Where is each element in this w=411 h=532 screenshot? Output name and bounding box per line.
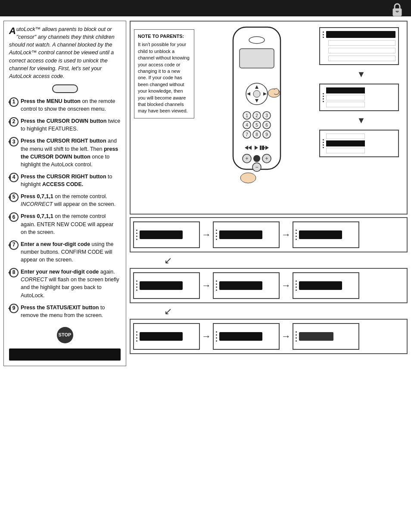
remote-area: 1 2 3 4 5 6 7 bbox=[194, 25, 319, 210]
screen-row-3: → → bbox=[130, 319, 408, 354]
step-3: 3 Press the CURSOR RIGHT button and the … bbox=[9, 137, 121, 168]
svg-text:8: 8 bbox=[255, 132, 258, 137]
step-1: 1 Press the MENU button on the remote co… bbox=[9, 97, 121, 113]
svg-text:4: 4 bbox=[246, 123, 248, 128]
svg-text:7: 7 bbox=[246, 132, 248, 137]
svg-text:2: 2 bbox=[255, 113, 258, 118]
note-title: NOTE TO PARENTS: bbox=[138, 33, 190, 40]
screen-row3-b bbox=[213, 323, 280, 350]
remote-control-svg: 1 2 3 4 5 6 7 bbox=[216, 25, 298, 210]
step-text-4: Press the CURSOR RIGHT button to highlig… bbox=[21, 173, 121, 188]
svg-text:+: + bbox=[245, 156, 248, 162]
step-4: 4 Press the CURSOR RIGHT button to highl… bbox=[9, 173, 121, 188]
screen-row1-b bbox=[213, 221, 280, 248]
screen-top-3 bbox=[319, 130, 399, 157]
menu-button-graphic bbox=[52, 84, 78, 93]
svg-rect-2 bbox=[396, 12, 399, 12]
arrow-between-rows-1: ↙ bbox=[130, 255, 408, 266]
step-number-8: 8 bbox=[9, 268, 19, 277]
screen-row2-c bbox=[293, 272, 359, 299]
screen-row3-a bbox=[133, 323, 200, 350]
lock-icon bbox=[390, 2, 404, 17]
step-9: 9 Press the STATUS/EXIT button to remove… bbox=[9, 304, 121, 319]
screen-row1-a bbox=[133, 221, 200, 248]
note-box: NOTE TO PARENTS: It isn't possible for y… bbox=[134, 29, 194, 118]
step-5: 5 Press 0,7,1,1 on the remote control. I… bbox=[9, 193, 121, 208]
step-8: 8 Enter your new four-digit code again. … bbox=[9, 268, 121, 299]
intro-text: AutoLock™ allows parents to block out or… bbox=[9, 25, 121, 80]
arrow-right-1a: → bbox=[202, 229, 211, 240]
step-number-9: 9 bbox=[9, 304, 19, 313]
intro-body: utoLock™ allows parents to block out or … bbox=[9, 26, 115, 79]
svg-text:1: 1 bbox=[246, 113, 248, 118]
step-6: 6 Press 0,7,1,1 on the remote control ag… bbox=[9, 212, 121, 236]
svg-rect-3 bbox=[396, 12, 398, 12]
arrow-right-1b: → bbox=[281, 229, 291, 240]
step-number-2: 2 bbox=[9, 117, 19, 127]
step-number-3: 3 bbox=[9, 137, 19, 146]
svg-text:3: 3 bbox=[265, 113, 268, 118]
step-text-3: Press the CURSOR RIGHT button and the me… bbox=[21, 137, 121, 168]
step-number-4: 4 bbox=[9, 173, 19, 182]
note-body: It isn't possible for your child to unbl… bbox=[138, 41, 190, 114]
header-bar bbox=[0, 0, 411, 16]
screen-row2-b bbox=[213, 272, 280, 299]
arrow-right-3b: → bbox=[281, 331, 291, 342]
step-text-8: Enter your new four-digit code again. CO… bbox=[21, 268, 121, 299]
svg-text:9: 9 bbox=[265, 132, 268, 137]
screen-row3-c bbox=[293, 323, 359, 350]
arrow-right-2b: → bbox=[281, 280, 291, 291]
svg-text:−: − bbox=[255, 164, 258, 170]
screen-row-1: → → bbox=[130, 217, 408, 252]
step-7: 7 Enter a new four-digit code using the … bbox=[9, 240, 121, 264]
step-number-1: 1 bbox=[9, 97, 19, 107]
arrow-right-2a: → bbox=[202, 280, 211, 291]
screen-top-2 bbox=[319, 84, 399, 111]
step-text-5: Press 0,7,1,1 on the remote control. INC… bbox=[21, 193, 121, 208]
step-number-5: 5 bbox=[9, 193, 19, 202]
left-column: AutoLock™ allows parents to block out or… bbox=[3, 21, 126, 366]
svg-point-47 bbox=[240, 173, 256, 183]
step-text-6: Press 0,7,1,1 on the remote control agai… bbox=[21, 212, 121, 236]
svg-point-41 bbox=[253, 155, 260, 162]
stop-icon: STOP bbox=[57, 327, 73, 343]
step-text-1: Press the MENU button on the remote cont… bbox=[21, 97, 121, 113]
svg-rect-6 bbox=[240, 49, 274, 68]
svg-text:5: 5 bbox=[255, 123, 258, 128]
screen-row-2: → → bbox=[130, 268, 408, 303]
svg-text:+: + bbox=[265, 156, 268, 162]
lock-icon-container bbox=[390, 2, 404, 19]
step-2: 2 Press the CURSOR DOWN button twice to … bbox=[9, 117, 121, 133]
black-bar-bottom bbox=[9, 348, 121, 361]
drop-cap: A bbox=[9, 26, 16, 36]
arrow-between-rows-2: ↙ bbox=[130, 306, 408, 317]
step-text-2: Press the CURSOR DOWN button twice to hi… bbox=[21, 117, 121, 133]
svg-rect-35 bbox=[260, 146, 262, 150]
arrow-down-2: ▼ bbox=[319, 115, 403, 125]
step-number-6: 6 bbox=[9, 212, 19, 222]
screen-row2-a bbox=[133, 272, 200, 299]
svg-rect-1 bbox=[395, 11, 399, 12]
right-column: NOTE TO PARENTS: It isn't possible for y… bbox=[130, 21, 408, 366]
arrow-right-3a: → bbox=[202, 331, 211, 342]
step-text-7: Enter a new four-digit code using the nu… bbox=[21, 240, 121, 264]
step-text-9: Press the STATUS/EXIT button to remove t… bbox=[21, 304, 121, 319]
arrow-down-1: ▼ bbox=[319, 69, 403, 79]
svg-text:6: 6 bbox=[265, 123, 268, 128]
svg-point-13 bbox=[253, 90, 260, 97]
screen-row1-c bbox=[293, 221, 359, 248]
screen-top-1 bbox=[319, 27, 399, 65]
step-number-7: 7 bbox=[9, 240, 19, 250]
main-content: AutoLock™ allows parents to block out or… bbox=[0, 16, 411, 370]
